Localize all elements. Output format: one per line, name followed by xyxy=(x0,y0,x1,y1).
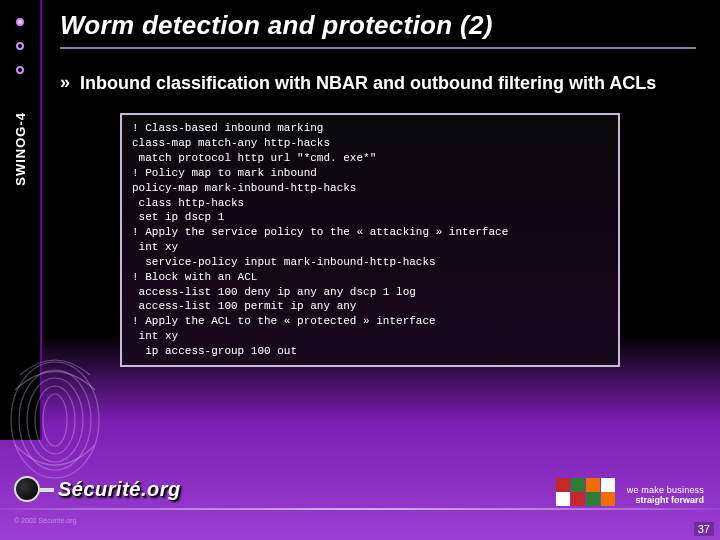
sidebar-dot-icon xyxy=(16,66,24,74)
slide-title: Worm detection and protection (2) xyxy=(60,10,696,49)
flag-grid-icon xyxy=(556,478,615,506)
svg-point-1 xyxy=(19,370,91,470)
divider xyxy=(0,508,720,510)
bullet-arrow-icon: » xyxy=(60,72,70,94)
fingerprint-graphic xyxy=(0,335,130,485)
code-block: ! Class-based inbound marking class-map … xyxy=(120,113,620,367)
bullet-text: Inbound classification with NBAR and out… xyxy=(80,71,656,95)
sidebar-dot-icon xyxy=(16,18,24,26)
sidebar-label: SWINOG-4 xyxy=(13,112,28,186)
copyright: © 2002 Sécurité.org xyxy=(14,517,76,524)
footer-right: we make business straight forward xyxy=(556,478,704,506)
tagline: we make business straight forward xyxy=(627,486,704,506)
svg-point-3 xyxy=(35,386,75,454)
bullet-item: » Inbound classification with NBAR and o… xyxy=(60,71,696,95)
page-number: 37 xyxy=(694,522,714,536)
tagline-line2: straight forward xyxy=(627,496,704,506)
sidebar-dot-icon xyxy=(16,42,24,50)
brand-text: Sécurité.org xyxy=(58,478,181,501)
slide-body: Worm detection and protection (2) » Inbo… xyxy=(42,0,720,367)
svg-point-0 xyxy=(11,362,99,478)
brand-logo: Sécurité.org xyxy=(14,476,181,502)
svg-point-4 xyxy=(43,394,67,446)
key-icon xyxy=(14,476,40,502)
